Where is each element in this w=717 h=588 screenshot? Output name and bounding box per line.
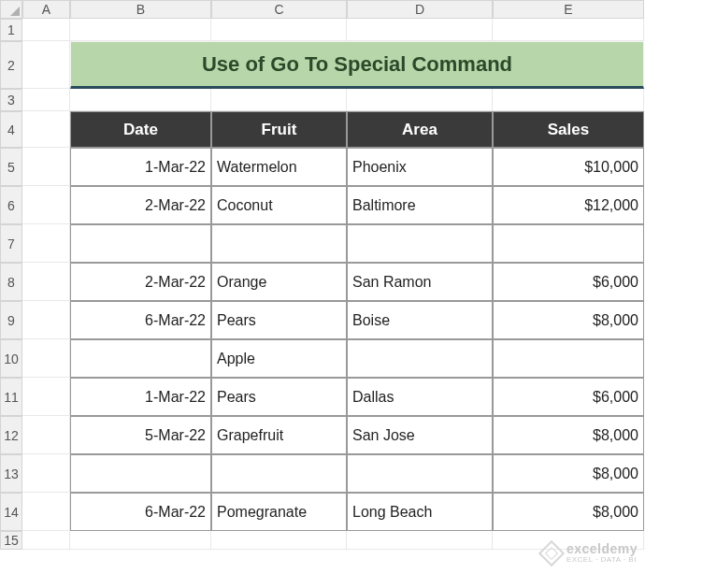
table-row[interactable]: $8,000 xyxy=(493,416,644,454)
cell-A14[interactable] xyxy=(22,493,70,531)
row-header-6[interactable]: 6 xyxy=(0,186,22,224)
cell-C3[interactable] xyxy=(211,89,347,111)
table-row[interactable] xyxy=(70,339,211,378)
cell-A1[interactable] xyxy=(22,19,70,41)
table-row[interactable]: 6-Mar-22 xyxy=(70,493,211,531)
table-row[interactable]: Watermelon xyxy=(211,148,347,186)
table-row[interactable]: 6-Mar-22 xyxy=(70,301,211,339)
cell-A12[interactable] xyxy=(22,416,70,454)
row-header-8[interactable]: 8 xyxy=(0,263,22,301)
row-header-5[interactable]: 5 xyxy=(0,148,22,186)
cell-A9[interactable] xyxy=(22,301,70,339)
row-header-14[interactable]: 14 xyxy=(0,493,22,531)
cell-E3[interactable] xyxy=(493,89,644,111)
cell-A15[interactable] xyxy=(22,531,70,550)
cell-B15[interactable] xyxy=(70,531,211,550)
table-row[interactable]: $8,000 xyxy=(493,493,644,531)
table-row[interactable]: 1-Mar-22 xyxy=(70,148,211,186)
table-row[interactable] xyxy=(347,454,493,493)
row-header-13[interactable]: 13 xyxy=(0,454,22,493)
row-header-15[interactable]: 15 xyxy=(0,531,22,550)
table-row[interactable]: Pomegranate xyxy=(211,493,347,531)
row-header-10[interactable]: 10 xyxy=(0,339,22,378)
table-row[interactable] xyxy=(211,224,347,263)
title-cell[interactable]: Use of Go To Special Command xyxy=(70,41,644,89)
table-row[interactable]: Long Beach xyxy=(347,493,493,531)
row-header-4[interactable]: 4 xyxy=(0,111,22,148)
cell-C15[interactable] xyxy=(211,531,347,550)
table-row[interactable] xyxy=(493,339,644,378)
cell-A11[interactable] xyxy=(22,378,70,416)
watermark-icon xyxy=(538,540,565,566)
table-row[interactable]: 5-Mar-22 xyxy=(70,416,211,454)
spreadsheet-grid: A B C D E 1 2 Use of Go To Special Comma… xyxy=(0,0,717,550)
cell-B3[interactable] xyxy=(70,89,211,111)
table-row[interactable] xyxy=(493,224,644,263)
table-row[interactable]: Baltimore xyxy=(347,186,493,224)
row-header-3[interactable]: 3 xyxy=(0,89,22,111)
cell-A8[interactable] xyxy=(22,263,70,301)
table-row[interactable] xyxy=(70,454,211,493)
table-row[interactable]: Pears xyxy=(211,301,347,339)
table-row[interactable]: Grapefruit xyxy=(211,416,347,454)
table-row[interactable] xyxy=(347,224,493,263)
table-row[interactable]: $12,000 xyxy=(493,186,644,224)
row-header-11[interactable]: 11 xyxy=(0,378,22,416)
table-row[interactable]: Apple xyxy=(211,339,347,378)
table-row[interactable]: Orange xyxy=(211,263,347,301)
table-row[interactable]: $10,000 xyxy=(493,148,644,186)
col-header-D[interactable]: D xyxy=(347,0,493,19)
row-header-2[interactable]: 2 xyxy=(0,41,22,89)
col-header-E[interactable]: E xyxy=(493,0,644,19)
watermark-line2: EXCEL · DATA · BI xyxy=(566,556,638,565)
cell-C1[interactable] xyxy=(211,19,347,41)
cell-A2[interactable] xyxy=(22,41,70,89)
watermark-line1: exceldemy xyxy=(566,542,638,556)
cell-A4[interactable] xyxy=(22,111,70,148)
table-row[interactable] xyxy=(211,454,347,493)
cell-D3[interactable] xyxy=(347,89,493,111)
cell-A5[interactable] xyxy=(22,148,70,186)
col-header-C[interactable]: C xyxy=(211,0,347,19)
cell-A13[interactable] xyxy=(22,454,70,493)
table-row[interactable]: $8,000 xyxy=(493,301,644,339)
cell-B1[interactable] xyxy=(70,19,211,41)
row-header-1[interactable]: 1 xyxy=(0,19,22,41)
watermark: exceldemy EXCEL · DATA · BI xyxy=(542,542,638,565)
table-row[interactable]: Boise xyxy=(347,301,493,339)
table-row[interactable]: 2-Mar-22 xyxy=(70,263,211,301)
table-row[interactable]: Coconut xyxy=(211,186,347,224)
table-row[interactable]: 1-Mar-22 xyxy=(70,378,211,416)
select-all-corner[interactable] xyxy=(0,0,22,19)
table-row[interactable]: Phoenix xyxy=(347,148,493,186)
table-row[interactable]: Pears xyxy=(211,378,347,416)
cell-E1[interactable] xyxy=(493,19,644,41)
cell-D1[interactable] xyxy=(347,19,493,41)
table-row[interactable] xyxy=(70,224,211,263)
table-row[interactable]: San Jose xyxy=(347,416,493,454)
row-header-9[interactable]: 9 xyxy=(0,301,22,339)
table-header-sales[interactable]: Sales xyxy=(493,111,644,148)
table-header-fruit[interactable]: Fruit xyxy=(211,111,347,148)
row-header-12[interactable]: 12 xyxy=(0,416,22,454)
table-header-date[interactable]: Date xyxy=(70,111,211,148)
col-header-A[interactable]: A xyxy=(22,0,70,19)
table-row[interactable]: San Ramon xyxy=(347,263,493,301)
table-row[interactable] xyxy=(347,339,493,378)
table-row[interactable]: $8,000 xyxy=(493,454,644,493)
table-row[interactable]: $6,000 xyxy=(493,263,644,301)
col-header-B[interactable]: B xyxy=(70,0,211,19)
cell-A6[interactable] xyxy=(22,186,70,224)
table-header-area[interactable]: Area xyxy=(347,111,493,148)
cell-A10[interactable] xyxy=(22,339,70,378)
table-row[interactable]: $6,000 xyxy=(493,378,644,416)
row-header-7[interactable]: 7 xyxy=(0,224,22,263)
cell-D15[interactable] xyxy=(347,531,493,550)
cell-A7[interactable] xyxy=(22,224,70,263)
table-row[interactable]: 2-Mar-22 xyxy=(70,186,211,224)
cell-A3[interactable] xyxy=(22,89,70,111)
table-row[interactable]: Dallas xyxy=(347,378,493,416)
